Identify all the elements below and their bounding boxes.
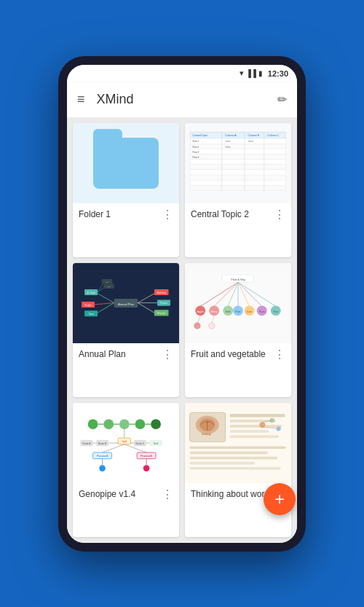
card-title: Central Topic 2 [191, 209, 274, 219]
more-options-icon[interactable]: ⋮ [162, 348, 173, 361]
phone-screen: ▾ ▐▐ ▮ 12:30 ≡ XMind ✏ Folder 1 ⋮ [67, 65, 297, 543]
more-options-icon[interactable]: ⋮ [162, 208, 173, 222]
svg-rect-128 [190, 451, 268, 454]
phone-frame: ▾ ▐▐ ▮ 12:30 ≡ XMind ✏ Folder 1 ⋮ [58, 56, 306, 552]
svg-point-85 [135, 419, 146, 429]
svg-text:Revenue: Revenue [157, 312, 166, 315]
svg-point-80 [208, 322, 215, 329]
svg-text:Annual Plan: Annual Plan [118, 302, 134, 305]
svg-rect-126 [230, 435, 279, 438]
svg-text:Q1 Goals: Q1 Goals [87, 291, 96, 294]
svg-text:Apple: Apple [197, 310, 204, 313]
card-footer: Annual Plan ⋮ [73, 343, 179, 366]
fab-add-button[interactable]: + [264, 483, 296, 515]
fab-plus-icon: + [274, 490, 285, 508]
card-annual-plan[interactable]: Annual Plan Q1 Goals Budget Team [73, 263, 179, 397]
app-title: XMind [97, 92, 277, 107]
svg-point-83 [103, 419, 114, 429]
annual-plan-svg: Annual Plan Q1 Goals Budget Team [79, 269, 173, 337]
svg-text:Berry: Berry [211, 310, 217, 313]
file-grid: Folder 1 ⋮ Central Topic Column A Column… [67, 117, 297, 543]
central-topic-svg: Central Topic Column A Column B Column C… [189, 128, 287, 199]
svg-point-78 [194, 322, 201, 329]
central-topic-preview: Central Topic Column A Column B Column C… [185, 123, 291, 203]
svg-text:Value: Value [225, 140, 231, 143]
svg-rect-18 [191, 164, 285, 169]
svg-point-133 [270, 418, 274, 422]
svg-text:Column B: Column B [248, 134, 259, 137]
svg-text:Node C: Node C [136, 442, 145, 445]
card-thinking[interactable]: thinking... [185, 403, 291, 537]
svg-text:Row 2: Row 2 [192, 145, 199, 148]
card-footer: Folder 1 ⋮ [73, 203, 179, 226]
status-bar: ▾ ▐▐ ▮ 12:30 [67, 65, 297, 82]
card-title: Folder 1 [79, 209, 162, 219]
card-fruit-vegetable[interactable]: Fruit & Veg Apple Berry [185, 263, 291, 397]
folder-icon [93, 138, 159, 189]
svg-text:Column A: Column A [225, 134, 237, 137]
svg-rect-124 [230, 425, 282, 428]
svg-text:Node A: Node A [82, 442, 91, 445]
fruit-svg: Fruit & Veg Apple Berry [188, 266, 288, 340]
svg-text:Fruit & Veg: Fruit & Veg [231, 277, 245, 281]
more-options-icon[interactable]: ⋮ [162, 487, 173, 501]
svg-rect-17 [191, 159, 285, 164]
battery-icon: ▮ [258, 69, 263, 77]
svg-text:Node B: Node B [98, 442, 107, 445]
svg-rect-130 [190, 461, 255, 464]
svg-rect-13 [191, 149, 285, 154]
svg-text:Split: Split [122, 440, 127, 443]
app-bar: ≡ XMind ✏ [67, 82, 297, 117]
thinking-preview: thinking... [185, 403, 291, 483]
thinking-svg: thinking... [188, 406, 288, 480]
card-folder1[interactable]: Folder 1 ⋮ [73, 123, 179, 257]
hamburger-icon[interactable]: ≡ [77, 92, 85, 107]
card-footer: Genopipe v1.4 ⋮ [73, 483, 179, 506]
card-genopipe[interactable]: Node A Node B Split Node C End [73, 403, 179, 537]
svg-rect-19 [191, 169, 285, 174]
svg-rect-6 [191, 138, 285, 144]
svg-rect-15 [191, 154, 285, 159]
svg-text:Team: Team [89, 312, 95, 315]
svg-text:Product: Product [160, 302, 167, 305]
svg-rect-20 [191, 175, 285, 180]
svg-text:Corn: Corn [247, 310, 253, 313]
genopipe-preview: Node A Node B Split Node C End [73, 403, 179, 483]
fruit-preview: Fruit & Veg Apple Berry [185, 263, 291, 343]
card-title: Thinking about wor... [191, 489, 274, 499]
svg-text:Plum: Plum [259, 310, 265, 313]
svg-text:Pear: Pear [235, 310, 241, 313]
svg-rect-125 [230, 430, 269, 433]
svg-rect-131 [190, 466, 281, 469]
svg-rect-129 [190, 456, 277, 459]
status-icons: ▾ ▐▐ ▮ 12:30 [240, 68, 288, 78]
svg-rect-10 [191, 144, 285, 149]
svg-text:Central Topic: Central Topic [192, 134, 207, 137]
svg-text:Row 3: Row 3 [192, 150, 199, 153]
svg-point-82 [88, 419, 98, 429]
more-options-icon[interactable]: ⋮ [274, 208, 285, 222]
annual-plan-preview: Annual Plan Q1 Goals Budget Team [73, 263, 179, 343]
svg-text:Kale: Kale [226, 310, 231, 313]
svg-text:Column C: Column C [267, 134, 279, 137]
card-title: Annual Plan [79, 349, 162, 359]
svg-point-86 [151, 419, 161, 429]
card-central-topic-2[interactable]: Central Topic Column A Column B Column C… [185, 123, 291, 257]
edit-icon[interactable]: ✏ [277, 93, 287, 106]
svg-text:Jan: Jan [107, 286, 111, 288]
more-options-icon[interactable]: ⋮ [274, 348, 285, 361]
svg-point-132 [260, 422, 265, 427]
svg-text:Row 1: Row 1 [192, 140, 199, 143]
svg-point-114 [99, 465, 106, 471]
card-title: Fruit and vegetable [191, 349, 274, 359]
wifi-icon: ▾ [240, 68, 244, 78]
card-footer: Central Topic 2 ⋮ [185, 203, 291, 226]
svg-text:Budget: Budget [85, 303, 92, 306]
svg-text:thinking...: thinking... [202, 433, 213, 436]
svg-text:Kiwi: Kiwi [274, 310, 279, 313]
svg-text:Feb: Feb [106, 281, 109, 283]
svg-text:Process B: Process B [141, 455, 152, 458]
svg-rect-127 [190, 446, 286, 449]
card-footer: Fruit and vegetable ⋮ [185, 343, 291, 366]
svg-text:Marketing: Marketing [157, 291, 167, 294]
